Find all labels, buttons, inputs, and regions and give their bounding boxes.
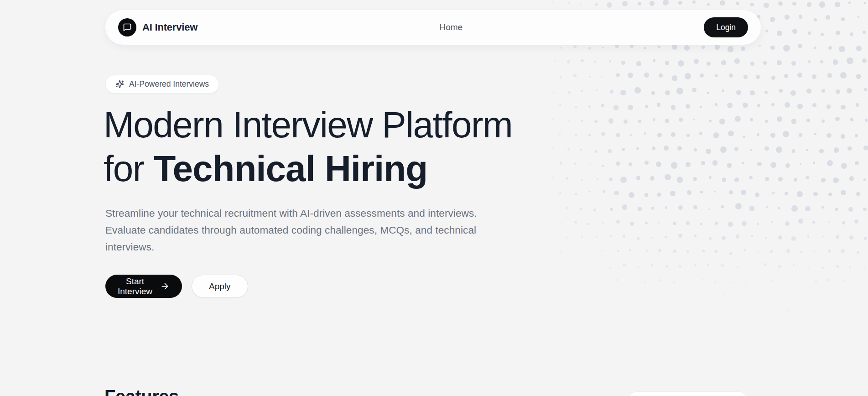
pattern-dot: [646, 250, 648, 251]
pattern-dot: [622, 204, 627, 209]
pattern-dot: [644, 73, 649, 78]
pattern-dot: [792, 2, 796, 5]
pattern-dot: [700, 106, 702, 108]
pattern-dot: [588, 134, 591, 136]
pattern-dot: [559, 192, 561, 194]
pattern-dot: [707, 92, 709, 94]
pattern-dot: [779, 297, 780, 298]
pattern-dot: [560, 162, 562, 164]
pattern-dot: [841, 190, 846, 195]
pattern-dot: [734, 58, 739, 63]
pattern-dot: [790, 90, 796, 96]
pattern-dot: [847, 146, 852, 151]
pattern-dot: [806, 119, 810, 122]
pattern-dot: [752, 295, 754, 297]
pattern-dot: [865, 119, 868, 121]
pattern-dot: [688, 308, 689, 309]
pattern-dot: [778, 1, 783, 6]
pattern-dot: [770, 250, 773, 253]
pattern-dot: [743, 135, 745, 138]
pattern-dot: [849, 176, 854, 181]
pattern-dot: [706, 149, 711, 154]
pattern-dot: [575, 193, 577, 195]
features-heading: Features: [104, 386, 179, 396]
pattern-dot: [673, 281, 676, 283]
pattern-dot: [770, 162, 776, 168]
pattern-dot: [595, 150, 598, 153]
pattern-dot: [813, 250, 815, 252]
pattern-dot: [567, 148, 570, 151]
pattern-dot: [758, 252, 759, 253]
pattern-dot: [783, 131, 789, 137]
pattern-dot: [736, 90, 741, 95]
pattern-dot: [743, 75, 748, 79]
pattern-dot: [630, 222, 634, 226]
pattern-dot: [708, 208, 710, 210]
pattern-dot: [622, 148, 625, 151]
pattern-dot: [799, 15, 802, 18]
pattern-dot: [755, 193, 759, 197]
pattern-dot: [561, 280, 561, 281]
pattern-dot: [836, 31, 840, 35]
pattern-dot: [709, 237, 712, 240]
pattern-dot: [729, 190, 733, 194]
pattern-dot: [736, 2, 739, 5]
pattern-dot: [763, 61, 767, 65]
pattern-dot: [623, 264, 625, 266]
pattern-dot: [778, 235, 782, 240]
pattern-dot: [580, 4, 582, 5]
start-interview-button[interactable]: Start Interview: [105, 275, 182, 298]
pattern-dot: [771, 103, 774, 106]
pattern-dot: [812, 221, 815, 224]
login-button[interactable]: Login: [704, 17, 748, 37]
pattern-dot: [616, 133, 620, 137]
pattern-dot: [786, 249, 790, 253]
pattern-dot: [709, 120, 712, 122]
pattern-dot: [636, 176, 641, 180]
pattern-dot: [665, 265, 669, 268]
pattern-dot: [734, 177, 739, 182]
pattern-dot: [814, 47, 816, 49]
pattern-dot: [834, 147, 839, 153]
pattern-dot: [784, 74, 788, 78]
pattern-dot: [581, 235, 583, 238]
pattern-dot: [828, 193, 832, 196]
pattern-dot: [765, 120, 768, 123]
pattern-dot: [663, 0, 669, 5]
pattern-dot: [839, 46, 845, 52]
pattern-dot: [847, 57, 853, 64]
pattern-dot: [757, 162, 761, 166]
pattern-dot: [586, 223, 589, 225]
pattern-dot: [821, 296, 823, 297]
pattern-dot: [821, 120, 825, 123]
pattern-dot: [757, 281, 759, 283]
pattern-dot: [715, 309, 716, 310]
pattern-dot: [837, 296, 838, 297]
pattern-dot: [573, 45, 577, 48]
nav-link-home[interactable]: Home: [440, 22, 463, 32]
pattern-dot: [749, 176, 752, 179]
pattern-dot: [678, 234, 682, 238]
pattern-dot: [765, 177, 769, 181]
cta-row: Start Interview Apply: [105, 275, 248, 298]
pattern-dot: [551, 1, 554, 3]
pattern-dot: [638, 297, 639, 298]
pattern-dot: [581, 59, 584, 63]
feature-card-peek: [628, 391, 748, 396]
pattern-dot: [694, 148, 697, 151]
pattern-dot: [616, 162, 620, 166]
pattern-dot: [673, 222, 676, 225]
pattern-dot: [820, 60, 823, 63]
pattern-dot: [813, 162, 816, 164]
pattern-dot: [645, 161, 649, 165]
pattern-dot: [665, 236, 667, 238]
pattern-dot: [730, 282, 732, 283]
pattern-dot: [744, 249, 746, 251]
pattern-dot: [849, 235, 853, 240]
pattern-dot: [665, 119, 670, 123]
pattern-dot: [694, 234, 696, 237]
brand[interactable]: AI Interview: [118, 18, 198, 36]
pattern-dot: [596, 266, 597, 266]
apply-button[interactable]: Apply: [192, 275, 248, 298]
pattern-dot: [609, 60, 611, 63]
